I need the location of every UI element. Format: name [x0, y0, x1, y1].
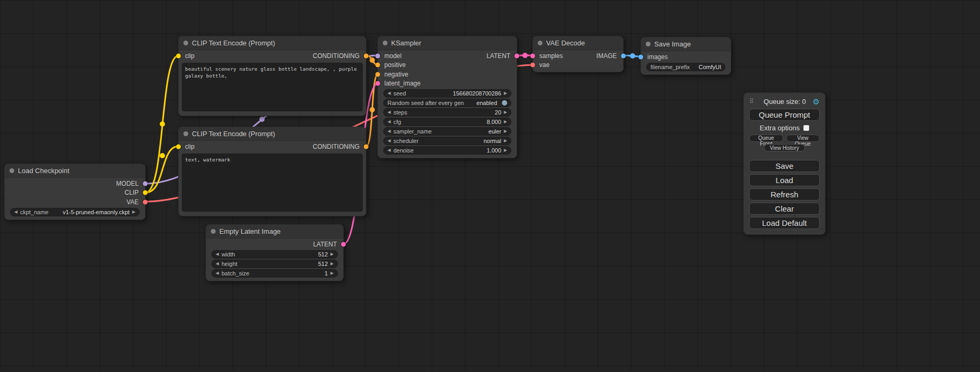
image-output-dot[interactable] [621, 53, 626, 58]
node-title-bar[interactable]: Save Image [641, 37, 731, 51]
widget-value: enabled [477, 100, 497, 106]
batch-size-widget[interactable]: ◀ batch_size 1 ▶ [211, 269, 338, 278]
collapse-toggle-dot[interactable] [211, 229, 216, 234]
filename-prefix-widget[interactable]: filename_prefix ComfyUI [646, 63, 725, 71]
cfg-widget[interactable]: ◀ cfg 8.000 ▶ [383, 118, 511, 126]
collapse-toggle-dot[interactable] [538, 41, 542, 45]
collapse-toggle-dot[interactable] [646, 42, 651, 46]
steps-widget[interactable]: ◀ steps 20 ▶ [383, 108, 511, 117]
left-arrow-icon[interactable]: ◀ [216, 271, 219, 275]
node-vae-decode[interactable]: VAE Decode samples IMAGE vae [532, 36, 624, 72]
input-slot-images: images [641, 52, 731, 62]
node-empty-latent-image[interactable]: Empty Latent Image LATENT ◀ width 512 ▶ … [206, 224, 344, 281]
collapse-toggle-dot[interactable] [9, 168, 14, 173]
queue-front-button[interactable]: Queue Front [749, 135, 783, 142]
left-arrow-icon[interactable]: ◀ [387, 120, 391, 124]
node-title: Save Image [654, 40, 691, 48]
left-arrow-icon[interactable]: ◀ [387, 139, 391, 143]
latent-output-dot[interactable] [515, 53, 519, 58]
model-input-dot[interactable] [375, 53, 380, 58]
clip-input-dot[interactable] [176, 53, 181, 58]
negative-input-dot[interactable] [375, 72, 380, 77]
view-history-button[interactable]: View History [764, 144, 805, 151]
left-arrow-icon[interactable]: ◀ [387, 129, 391, 133]
vae-output-dot[interactable] [143, 199, 148, 204]
widget-value: normal [483, 138, 501, 144]
right-arrow-icon[interactable]: ▶ [331, 252, 334, 256]
clip-input-dot[interactable] [176, 144, 181, 149]
latent-output-dot[interactable] [341, 242, 346, 246]
right-arrow-icon[interactable]: ▶ [504, 129, 507, 133]
conditioning-output-dot[interactable] [364, 144, 368, 149]
clip-output-dot[interactable] [143, 190, 148, 195]
widget-label: denoise [393, 147, 414, 154]
right-arrow-icon[interactable]: ▶ [504, 110, 507, 115]
slot-label: MODEL [116, 180, 139, 187]
right-arrow-icon[interactable]: ▶ [504, 91, 507, 96]
widget-label: Random seed after every gen [387, 100, 464, 106]
collapse-toggle-dot[interactable] [183, 41, 188, 45]
right-arrow-icon[interactable]: ▶ [504, 120, 507, 124]
left-arrow-icon[interactable]: ◀ [14, 210, 17, 214]
scheduler-widget[interactable]: ◀ scheduler normal ▶ [383, 137, 511, 145]
right-arrow-icon[interactable]: ▶ [132, 210, 135, 214]
drag-handle-icon[interactable]: ⠿ [749, 98, 754, 105]
node-title-bar[interactable]: VAE Decode [533, 36, 623, 50]
extra-options-checkbox[interactable] [803, 125, 809, 131]
clear-button[interactable]: Clear [749, 203, 820, 215]
ckpt-name-widget[interactable]: ◀ ckpt_name v1-5-pruned-emaonly.ckpt ▶ [10, 208, 140, 216]
node-clip-text-encode-negative[interactable]: CLIP Text Encode (Prompt) clip CONDITION… [178, 127, 366, 216]
vae-input-dot[interactable] [530, 63, 535, 68]
slot-label: LATENT [487, 52, 510, 60]
height-widget[interactable]: ◀ height 512 ▶ [211, 260, 338, 268]
positive-input-dot[interactable] [375, 63, 380, 68]
node-title-bar[interactable]: KSampler [378, 36, 517, 50]
right-arrow-icon[interactable]: ▶ [331, 262, 334, 266]
view-queue-button[interactable]: View Queue [786, 135, 820, 142]
collapse-toggle-dot[interactable] [183, 131, 188, 136]
toggle-on-indicator[interactable] [502, 100, 507, 106]
samples-input-dot[interactable] [530, 53, 535, 58]
width-widget[interactable]: ◀ width 512 ▶ [211, 250, 338, 259]
conditioning-output-dot[interactable] [364, 53, 368, 58]
sampler-name-widget[interactable]: ◀ sampler_name euler ▶ [383, 127, 511, 136]
negative-prompt-textarea[interactable]: text, watermark [182, 154, 363, 212]
node-ksampler[interactable]: KSampler model LATENT positive negative … [377, 36, 517, 158]
right-arrow-icon[interactable]: ▶ [504, 139, 507, 143]
left-arrow-icon[interactable]: ◀ [387, 148, 391, 152]
widget-value: v1-5-pruned-emaonly.ckpt [63, 209, 130, 215]
node-save-image[interactable]: Save Image images filename_prefix ComfyU… [641, 37, 731, 75]
queue-size-label: Queue size: 0 [757, 98, 813, 106]
node-load-checkpoint[interactable]: Load Checkpoint MODEL CLIP VAE ◀ ckpt_na… [4, 164, 145, 220]
collapse-toggle-dot[interactable] [383, 41, 387, 45]
node-title: KSampler [391, 39, 421, 47]
seed-widget[interactable]: ◀ seed 156680208700286 ▶ [383, 89, 511, 98]
positive-prompt-textarea[interactable]: beautiful scenery nature glass bottle la… [182, 63, 363, 111]
refresh-button[interactable]: Refresh [749, 188, 820, 201]
denoise-widget[interactable]: ◀ denoise 1.000 ▶ [383, 146, 511, 155]
save-button[interactable]: Save [749, 160, 820, 172]
settings-gear-icon[interactable]: ⚙ [813, 98, 820, 106]
left-arrow-icon[interactable]: ◀ [387, 91, 391, 96]
images-input-dot[interactable] [638, 54, 643, 59]
slot-label: samples [539, 52, 563, 60]
right-arrow-icon[interactable]: ▶ [504, 148, 507, 152]
node-title-bar[interactable]: CLIP Text Encode (Prompt) [179, 36, 366, 50]
node-title-bar[interactable]: Empty Latent Image [206, 225, 343, 239]
node-title-bar[interactable]: Load Checkpoint [5, 164, 145, 178]
left-arrow-icon[interactable]: ◀ [216, 262, 219, 266]
model-output-dot[interactable] [143, 181, 148, 186]
node-title-bar[interactable]: CLIP Text Encode (Prompt) [179, 127, 366, 141]
left-arrow-icon[interactable]: ◀ [216, 252, 219, 256]
queue-prompt-button[interactable]: Queue Prompt [749, 109, 820, 121]
random-seed-toggle-widget[interactable]: Random seed after every gen enabled [383, 99, 511, 107]
load-button[interactable]: Load [749, 174, 820, 186]
load-default-button[interactable]: Load Default [749, 217, 820, 229]
widget-label: width [221, 251, 235, 257]
right-arrow-icon[interactable]: ▶ [331, 271, 334, 275]
left-arrow-icon[interactable]: ◀ [387, 110, 391, 115]
node-clip-text-encode-positive[interactable]: CLIP Text Encode (Prompt) clip CONDITION… [178, 36, 366, 116]
latent-image-input-dot[interactable] [375, 81, 380, 86]
node-graph-canvas[interactable]: Load Checkpoint MODEL CLIP VAE ◀ ckpt_na… [0, 0, 980, 372]
widget-label: cfg [393, 119, 401, 125]
